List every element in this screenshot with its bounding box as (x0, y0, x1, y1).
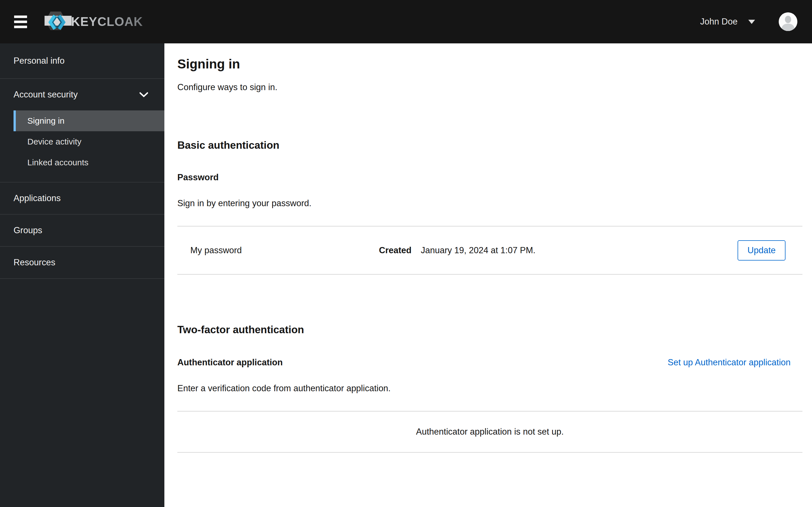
credential-meta-label: Created (379, 245, 411, 256)
credential-name: My password (190, 245, 379, 256)
sidebar-nav: Personal info Account security Signing i… (0, 43, 164, 507)
section-heading-two-factor: Two-factor authentication (177, 324, 802, 336)
authenticator-title-row: Authenticator application Set up Authent… (177, 357, 802, 368)
keycloak-logo[interactable]: KEYCLOAK (45, 11, 143, 33)
brand-name: KEYCLOAK (71, 15, 143, 29)
account-security-subnav: Signing in Device activity Linked accoun… (0, 110, 164, 182)
main-content: Signing in Configure ways to sign in. Ba… (164, 43, 812, 507)
sidebar-item-applications[interactable]: Applications (0, 182, 164, 215)
password-row: My password Created January 19, 2024 at … (177, 226, 802, 275)
page-title: Signing in (177, 56, 802, 72)
user-menu[interactable]: John Doe (700, 17, 755, 27)
setup-authenticator-link[interactable]: Set up Authenticator application (668, 357, 791, 368)
sidebar-item-linked-accounts[interactable]: Linked accounts (13, 152, 164, 173)
authenticator-title: Authenticator application (177, 357, 283, 368)
user-name: John Doe (700, 17, 738, 27)
empty-state-text: Authenticator application is not set up. (416, 427, 564, 437)
section-heading-basic-auth: Basic authentication (177, 139, 802, 152)
sidebar-item-personal-info[interactable]: Personal info (0, 43, 164, 79)
password-title: Password (177, 172, 802, 182)
sidebar-item-resources[interactable]: Resources (0, 247, 164, 279)
authenticator-description: Enter a verification code from authentic… (177, 383, 802, 394)
menu-icon[interactable] (14, 15, 27, 28)
masthead: KEYCLOAK John Doe (0, 0, 812, 43)
authenticator-empty-state: Authenticator application is not set up. (177, 411, 802, 453)
sidebar-item-groups[interactable]: Groups (0, 215, 164, 247)
caret-down-icon (748, 20, 755, 24)
sidebar-item-device-activity[interactable]: Device activity (13, 131, 164, 152)
chevron-down-icon (140, 92, 148, 97)
password-description: Sign in by entering your password. (177, 198, 802, 209)
sidebar-item-account-security[interactable]: Account security (0, 79, 164, 110)
avatar[interactable] (779, 12, 797, 31)
keycloak-logo-icon (45, 11, 73, 33)
user-avatar-icon (779, 12, 797, 31)
sidebar-item-signing-in[interactable]: Signing in (13, 110, 164, 131)
page-subtitle: Configure ways to sign in. (177, 82, 802, 93)
update-password-button[interactable]: Update (738, 240, 785, 261)
credential-created-date: January 19, 2024 at 1:07 PM. (421, 245, 536, 256)
